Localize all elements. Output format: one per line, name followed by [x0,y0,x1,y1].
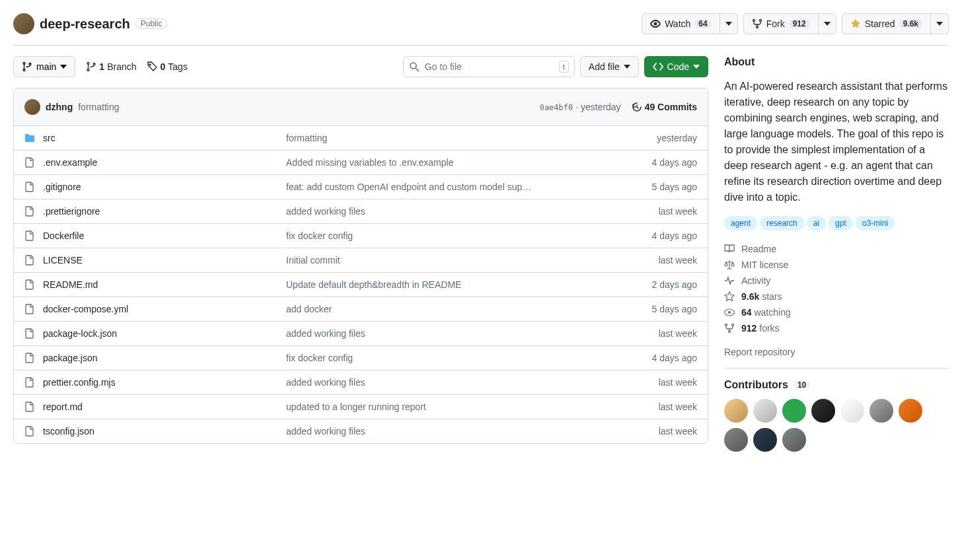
file-commit-message[interactable]: add docker [286,304,332,314]
file-commit-message[interactable]: added working files [286,426,365,437]
topic-tag[interactable]: gpt [829,216,853,230]
contributors-count: 10 [794,380,810,390]
file-name-link[interactable]: Dockerfile [43,230,84,241]
file-name-link[interactable]: prettier.config.mjs [43,377,116,388]
stars-link[interactable]: 9.6k stars [724,289,949,304]
contributor-avatar[interactable] [899,399,922,423]
add-file-label: Add file [589,61,620,72]
file-name-link[interactable]: .prettierignore [43,206,100,217]
file-name-link[interactable]: LICENSE [43,255,83,265]
file-commit-message[interactable]: feat: add custom OpenAI endpoint and cus… [286,182,531,192]
stars-label: stars [762,291,782,302]
branches-link[interactable]: 1 Branch [86,61,136,72]
file-row: README.mdUpdate default depth&breadth in… [14,273,708,297]
owner-avatar[interactable] [13,13,34,34]
branch-select-button[interactable]: main [13,56,75,77]
commits-count: 49 [645,102,655,112]
license-link[interactable]: MIT license [724,257,949,273]
contributor-avatar[interactable] [724,428,748,452]
go-to-file-input[interactable] [425,61,554,72]
go-to-file-search[interactable]: t [403,56,575,77]
star-dropdown[interactable] [931,13,949,34]
file-row: docker-compose.ymladd docker5 days ago [14,297,708,322]
divider [724,368,949,368]
fork-count: 912 [789,19,810,28]
commit-author-avatar[interactable] [24,99,40,115]
contributor-avatar[interactable] [724,399,748,423]
fork-button[interactable]: Fork 912 [743,13,819,34]
topic-tag[interactable]: ai [807,216,826,230]
readme-link[interactable]: Readme [724,241,949,257]
file-name-link[interactable]: package-lock.json [43,328,117,339]
forks-link[interactable]: 912 forks [724,320,949,336]
file-name-link[interactable]: package.json [43,353,98,363]
topic-tag[interactable]: o3-mini [856,216,895,230]
tags-link[interactable]: 0 Tags [147,61,188,72]
file-commit-message[interactable]: added working files [286,377,365,388]
svg-point-2 [756,26,758,28]
file-commit-message[interactable]: updated to a longer running report [286,402,426,412]
add-file-button[interactable]: Add file [580,56,639,77]
contributor-avatar[interactable] [870,399,893,423]
repo-name[interactable]: deep-research [40,17,130,32]
file-icon [24,157,35,168]
contributor-avatar[interactable] [782,428,806,452]
contributor-avatar[interactable] [753,428,777,452]
search-shortcut: t [559,61,569,73]
file-commit-message[interactable]: formatting [286,133,327,143]
file-commit-message[interactable]: added working files [286,328,365,339]
svg-point-13 [729,331,731,333]
file-age: 5 days ago [618,182,697,192]
file-name-link[interactable]: README.md [43,279,98,290]
file-name-link[interactable]: .env.example [43,157,97,168]
file-age: last week [618,255,697,265]
commit-author[interactable]: dzhng [46,102,73,112]
watch-dropdown[interactable] [720,13,738,34]
commits-link[interactable]: 49 Commits [632,102,697,112]
file-icon [24,377,35,388]
repo-header: deep-research Public Watch 64 Fork 912 [13,13,949,46]
caret-down-icon [725,22,732,26]
file-name-link[interactable]: src [43,133,56,143]
file-commit-message[interactable]: added working files [286,206,365,217]
star-count: 9.6k [899,19,922,28]
visibility-badge: Public [135,18,168,29]
branch-icon [22,61,32,72]
contributor-avatar[interactable] [782,399,806,423]
contributor-avatar[interactable] [811,399,835,423]
watch-button[interactable]: Watch 64 [642,13,720,34]
file-name-link[interactable]: tsconfig.json [43,426,94,437]
forks-count: 912 [741,323,757,333]
star-label: Starred [865,18,895,29]
file-commit-message[interactable]: Initial commit [286,255,340,265]
file-name-link[interactable]: report.md [43,402,83,412]
svg-point-8 [93,63,95,65]
activity-link[interactable]: Activity [724,273,949,289]
file-commit-message[interactable]: fix docker config [286,230,353,241]
contributor-avatar[interactable] [840,399,864,423]
file-commit-message[interactable]: Added missing variables to .env.example [286,157,453,168]
commit-sha[interactable]: 0ae4bf0 [540,103,574,112]
watching-link[interactable]: 64 watching [724,304,949,320]
report-repository-link[interactable]: Report repository [724,347,795,357]
topic-tag[interactable]: agent [724,216,757,230]
star-button[interactable]: Starred 9.6k [842,13,931,34]
file-icon [24,279,35,290]
topic-tag[interactable]: research [760,216,804,230]
file-icon [24,328,35,339]
file-commit-message[interactable]: fix docker config [286,353,353,363]
contributors-heading[interactable]: Contributors [724,379,788,391]
file-name-link[interactable]: .gitignore [43,182,81,192]
file-name-link[interactable]: docker-compose.yml [43,304,128,314]
file-icon [24,255,35,265]
book-icon [724,244,735,254]
repo-title-group: deep-research Public [13,13,167,34]
commit-message[interactable]: formatting [78,102,119,112]
svg-point-6 [87,63,89,65]
code-button[interactable]: Code [644,56,708,77]
fork-dropdown[interactable] [819,13,836,34]
readme-label: Readme [741,244,776,254]
contributor-avatar[interactable] [753,399,777,423]
file-age: 2 days ago [618,279,697,290]
file-commit-message[interactable]: Update default depth&breadth in README [286,279,461,290]
